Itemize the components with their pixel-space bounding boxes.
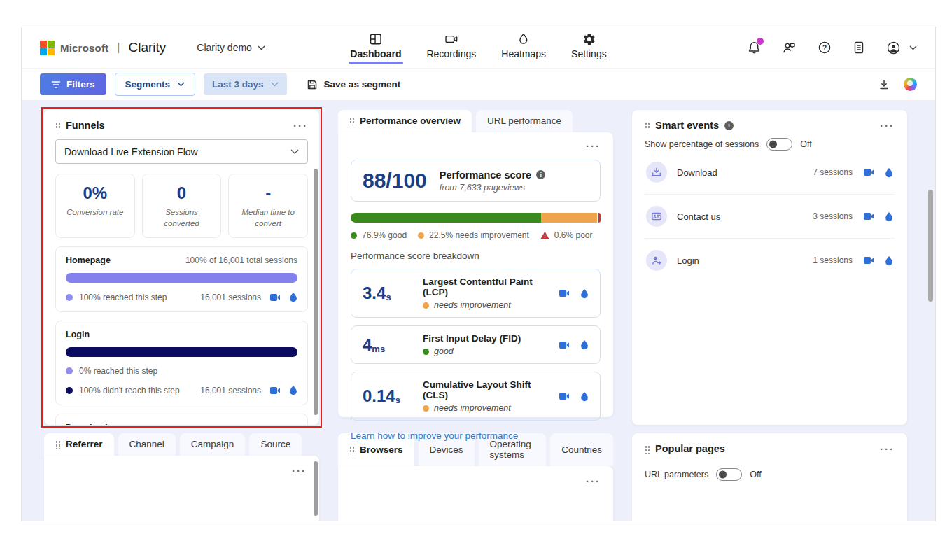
tab-channel[interactable]: Channel — [118, 433, 176, 456]
project-selector[interactable]: Clarity demo — [197, 42, 265, 53]
drag-handle-icon[interactable] — [55, 121, 60, 130]
page-scrollbar[interactable] — [928, 190, 933, 302]
tab-referrer[interactable]: Referrer — [44, 433, 114, 456]
nav-settings-label: Settings — [570, 48, 608, 64]
tab-url-performance[interactable]: URL performance — [476, 110, 573, 132]
info-icon[interactable]: i — [724, 121, 734, 130]
heatmap-droplet-icon[interactable] — [580, 288, 589, 299]
funnel-stats: 0% Conversion rate 0 Sessions converted … — [55, 174, 308, 238]
play-recordings-icon[interactable] — [559, 289, 570, 298]
drag-handle-icon[interactable] — [645, 444, 650, 454]
copilot-icon[interactable] — [904, 78, 917, 91]
feedback-button[interactable] — [782, 41, 797, 55]
chevron-down-icon — [177, 82, 185, 87]
more-menu-icon[interactable]: ··· — [292, 465, 307, 476]
heatmaps-icon — [517, 32, 531, 46]
step-name: Login — [66, 330, 90, 340]
heatmap-droplet-icon[interactable] — [885, 211, 893, 222]
sessions-count: 3 sessions — [813, 211, 853, 221]
stat-label: Sessions converted — [147, 207, 217, 229]
play-recordings-icon[interactable] — [559, 341, 570, 349]
play-recordings-icon[interactable] — [270, 386, 281, 395]
tab-campaign[interactable]: Campaign — [180, 433, 246, 456]
brand: Microsoft | Clarity — [40, 40, 166, 55]
filter-bar: Filters Segments Last 3 days Save as seg… — [22, 68, 935, 100]
show-percentage-toggle[interactable] — [766, 138, 792, 150]
url-parameters-toggle[interactable] — [716, 468, 742, 481]
heatmap-droplet-icon[interactable] — [580, 340, 589, 350]
referrer-scrollbar[interactable] — [314, 461, 318, 516]
step-name: Download — [66, 423, 108, 425]
help-icon: ? — [818, 41, 832, 55]
funnels-scrollbar[interactable] — [314, 169, 318, 415]
help-button[interactable]: ? — [818, 41, 832, 55]
play-recordings-icon[interactable] — [863, 256, 874, 265]
play-recordings-icon[interactable] — [863, 168, 874, 176]
heatmap-droplet-icon[interactable] — [885, 255, 893, 266]
performance-score-source: from 7,633 pageviews — [440, 183, 545, 192]
heatmap-droplet-icon[interactable] — [580, 391, 589, 402]
reached-label: 100% reached this step — [79, 293, 167, 302]
account-menu[interactable] — [886, 41, 917, 55]
nav-settings[interactable]: Settings — [570, 32, 608, 64]
more-menu-icon[interactable]: ··· — [293, 120, 308, 131]
funnels-card: Funnels ··· Download Live Extension Flow… — [44, 110, 319, 425]
popular-pages-column: Popular pages ··· URL parameters Off — [632, 433, 907, 521]
filter-icon — [51, 80, 61, 89]
more-menu-icon[interactable]: ··· — [586, 476, 601, 486]
drag-handle-icon[interactable] — [645, 121, 650, 130]
improve-performance-link[interactable]: Learn how to improve your performance — [351, 430, 518, 441]
nav-heatmaps[interactable]: Heatmaps — [500, 32, 547, 64]
heatmap-droplet-icon[interactable] — [289, 385, 298, 396]
save-as-segment-button[interactable]: Save as segment — [300, 74, 408, 96]
nav-recordings[interactable]: Recordings — [425, 32, 477, 64]
tab-label: Channel — [130, 439, 164, 449]
nav-dashboard[interactable]: Dashboard — [349, 32, 402, 64]
event-name: Contact us — [677, 211, 720, 222]
funnel-step-homepage: Homepage 100% of 16,001 total sessions 1… — [55, 246, 308, 312]
sessions-count: 16,001 sessions — [200, 293, 261, 302]
download-icon[interactable] — [878, 79, 890, 90]
heatmap-droplet-icon[interactable] — [289, 292, 298, 302]
legend-good: 76.9% good — [362, 230, 407, 240]
reached-label: 0% reached this step — [79, 366, 158, 376]
metric-status-label: needs improvement — [434, 300, 511, 310]
toggle-state-label: Off — [750, 470, 761, 479]
chevron-down-icon — [909, 46, 917, 50]
contact-event-icon — [646, 206, 667, 227]
funnels-title: Funnels — [66, 120, 105, 131]
date-range-dropdown[interactable]: Last 3 days — [204, 74, 287, 95]
filters-button[interactable]: Filters — [40, 74, 106, 95]
stat-value: - — [233, 183, 303, 203]
segments-label: Segments — [125, 79, 171, 90]
tab-label: Performance overview — [360, 115, 461, 126]
main-nav: Dashboard Recordings Heatmaps Settings — [349, 32, 608, 64]
play-recordings-icon[interactable] — [270, 293, 281, 302]
tab-performance-overview[interactable]: Performance overview — [338, 110, 472, 132]
product-name: Clarity — [128, 40, 166, 55]
traffic-tabs: Referrer Channel Campaign Source — [44, 433, 319, 456]
segments-dropdown[interactable]: Segments — [115, 73, 196, 96]
performance-column: Performance overview URL performance ···… — [338, 110, 613, 425]
metric-name: Largest Contentful Paint (LCP) — [423, 276, 559, 298]
heatmap-droplet-icon[interactable] — [885, 167, 893, 178]
play-recordings-icon[interactable] — [559, 392, 570, 400]
notifications-button[interactable] — [748, 41, 761, 55]
info-icon[interactable]: i — [536, 170, 545, 179]
nav-recordings-label: Recordings — [425, 48, 477, 64]
play-recordings-icon[interactable] — [863, 212, 874, 220]
more-menu-icon[interactable]: ··· — [586, 141, 601, 151]
funnel-selector[interactable]: Download Live Extension Flow — [55, 139, 308, 164]
svg-text:?: ? — [822, 44, 827, 52]
funnel-step-login: Login 0% reached this step 100% didn't r… — [55, 321, 308, 405]
popular-pages-title: Popular pages — [655, 443, 725, 454]
legend-poor: 0.6% poor — [554, 230, 593, 240]
more-menu-icon[interactable]: ··· — [880, 444, 895, 454]
tab-source[interactable]: Source — [249, 433, 302, 456]
status-dot — [423, 349, 429, 355]
more-menu-icon[interactable]: ··· — [880, 120, 895, 131]
nav-heatmaps-label: Heatmaps — [500, 48, 547, 64]
release-notes-button[interactable] — [853, 41, 865, 55]
event-name: Download — [677, 167, 718, 178]
good-dot — [351, 232, 357, 239]
